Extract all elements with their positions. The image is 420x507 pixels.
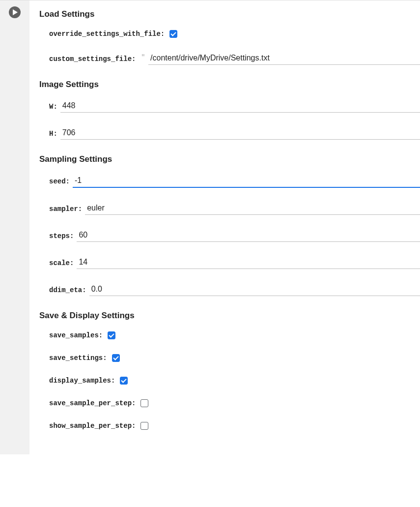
height-label: H: [49, 130, 57, 138]
custom-settings-file-input[interactable] [148, 53, 420, 65]
steps-row: steps: [39, 230, 420, 242]
height-row: H: [39, 127, 420, 140]
steps-label: steps: [49, 232, 74, 240]
display-samples-row: display_samples: [39, 377, 420, 385]
custom-settings-file-label: custom_settings_file: [49, 55, 136, 63]
scale-label: scale: [49, 259, 74, 267]
override-settings-row: override_settings_with_file: [39, 30, 420, 38]
save-sample-per-step-label: save_sample_per_step: [49, 399, 136, 407]
save-settings-label: save_settings: [49, 354, 107, 362]
load-settings-heading: Load Settings [39, 9, 420, 19]
show-sample-per-step-label: show_sample_per_step: [49, 422, 136, 430]
sampler-label: sampler: [49, 205, 82, 213]
save-samples-row: save_samples: [39, 331, 420, 339]
quote-mark: " [140, 53, 145, 62]
save-settings-row: save_settings: [39, 354, 420, 362]
show-sample-per-step-row: show_sample_per_step: [39, 422, 420, 430]
image-settings-heading: Image Settings [39, 80, 420, 89]
custom-settings-file-row: custom_settings_file: " [39, 53, 420, 65]
save-sample-per-step-row: save_sample_per_step: [39, 399, 420, 407]
height-input[interactable] [60, 127, 420, 140]
scale-input[interactable] [77, 257, 420, 269]
cell-gutter [0, 0, 29, 454]
width-label: W: [49, 103, 57, 111]
override-settings-checkbox[interactable] [169, 30, 177, 38]
ddim-eta-label: ddim_eta: [49, 286, 86, 294]
steps-input[interactable] [77, 230, 420, 242]
seed-label: seed: [49, 178, 70, 185]
display-samples-checkbox[interactable] [120, 377, 128, 385]
save-samples-checkbox[interactable] [108, 331, 115, 339]
width-row: W: [39, 100, 420, 113]
run-cell-button[interactable] [9, 6, 21, 18]
sampling-settings-heading: Sampling Settings [39, 154, 420, 164]
sampler-input[interactable] [85, 203, 420, 215]
seed-row: seed: [39, 175, 420, 188]
width-input[interactable] [60, 100, 420, 113]
display-samples-label: display_samples: [49, 377, 115, 385]
ddim-eta-row: ddim_eta: [39, 284, 420, 296]
show-sample-per-step-checkbox[interactable] [140, 422, 148, 430]
save-display-settings-heading: Save & Display Settings [39, 311, 420, 321]
cell-content: Load Settings override_settings_with_fil… [29, 0, 420, 454]
save-samples-label: save_samples: [49, 331, 103, 339]
save-sample-per-step-checkbox[interactable] [140, 399, 148, 407]
ddim-eta-input[interactable] [89, 284, 420, 296]
override-settings-label: override_settings_with_file: [49, 30, 165, 38]
scale-row: scale: [39, 257, 420, 269]
sampler-row: sampler: [39, 203, 420, 215]
seed-input[interactable] [73, 175, 420, 188]
save-settings-checkbox[interactable] [112, 354, 120, 362]
play-icon [12, 9, 18, 15]
